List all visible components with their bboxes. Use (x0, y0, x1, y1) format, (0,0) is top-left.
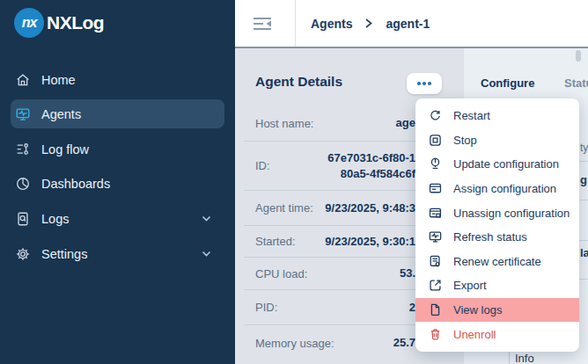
tab-info[interactable]: Info (515, 352, 534, 364)
log-flow-icon (15, 142, 31, 157)
menu-item-restart[interactable]: Restart (415, 104, 579, 128)
sidebar-item-label: Agents (41, 107, 81, 121)
tab-status[interactable]: Status (564, 76, 588, 90)
menu-item-unassign-configuration[interactable]: Unassign configuration (415, 200, 579, 225)
menu-item-export[interactable]: Export (415, 273, 579, 298)
detail-row-pid: PID: 2 (244, 290, 415, 325)
ellipsis-dot (423, 82, 426, 85)
monitor-pulse-icon (15, 106, 31, 122)
scrollbar-thumb[interactable] (576, 50, 581, 62)
sidebar-item-logs[interactable]: Logs (11, 204, 224, 233)
pie-chart-icon (15, 176, 31, 192)
table-divider (579, 240, 588, 241)
field-value: 67e7031c-6f80-1 80a5-4f584c6f (327, 150, 415, 182)
ellipsis-dot (417, 82, 421, 85)
table-divider (579, 161, 588, 162)
sidebar-item-label: Settings (41, 247, 87, 261)
ellipsis-menu-button[interactable] (407, 73, 442, 94)
renew-certificate-icon (428, 254, 443, 269)
field-value: 9/23/2025, 9:30:1 (325, 234, 415, 250)
menu-item-stop[interactable]: Stop (415, 128, 579, 153)
menu-item-renew-certificate[interactable]: Renew certificate (415, 250, 579, 274)
field-label: CPU load: (255, 267, 307, 280)
field-label: Host name: (255, 117, 313, 130)
table-divider (509, 352, 510, 364)
field-value: 2 (409, 300, 415, 316)
sidebar: nx NXLog Home Agents Log flow Dashboards… (0, 0, 235, 364)
menu-item-assign-configuration[interactable]: Assign configuration (415, 177, 579, 201)
table-divider (579, 200, 588, 200)
update-configuration-icon (428, 157, 443, 171)
menu-item-refresh-status[interactable]: Refresh status (415, 225, 579, 250)
sidebar-item-label: Log flow (41, 142, 89, 157)
clipped-text-fragment: ty (580, 142, 588, 154)
menu-item-view-logs[interactable]: View logs (415, 298, 579, 323)
field-label: Memory usage: (255, 337, 334, 350)
nxlog-logo-icon: nx (14, 8, 44, 38)
menu-item-update-configuration[interactable]: Update configuration (415, 152, 579, 177)
export-icon (428, 278, 443, 293)
sidebar-item-log-flow[interactable]: Log flow (11, 135, 224, 164)
detail-row-cpu-load: CPU load: 53. (244, 258, 415, 290)
sidebar-item-label: Dashboards (41, 177, 110, 191)
sidebar-item-dashboards[interactable]: Dashboards (11, 169, 224, 198)
menu-item-unenroll[interactable]: Unenroll (415, 322, 579, 346)
field-label: Agent time: (255, 201, 313, 215)
sidebar-collapse-icon[interactable] (250, 14, 275, 33)
breadcrumb: Agents agent-1 (311, 0, 430, 47)
restart-icon (428, 108, 443, 123)
detail-row-host-name: Host name: age (244, 106, 415, 142)
field-label: Started: (255, 235, 296, 248)
field-value: 9/23/2025, 9:48:3 (325, 200, 415, 216)
stop-icon (428, 133, 443, 148)
field-label: PID: (255, 301, 277, 314)
refresh-status-icon (428, 229, 443, 244)
home-icon (15, 72, 31, 88)
chevron-right-icon (364, 18, 374, 29)
view-logs-icon (428, 302, 443, 317)
nxlog-logo-text: NXLog (47, 12, 104, 33)
breadcrumb-agents[interactable]: Agents (311, 17, 352, 31)
topbar-divider (295, 0, 296, 47)
sidebar-item-agents[interactable]: Agents (11, 99, 224, 128)
sidebar-item-home[interactable]: Home (11, 65, 224, 94)
page-title: Agent Details (255, 74, 342, 90)
nxlog-logo: nx NXLog (14, 8, 104, 38)
field-label: ID: (255, 159, 270, 172)
chevron-down-icon (201, 248, 212, 259)
field-value: 53. (400, 266, 415, 281)
clipped-text-fragment: la (580, 246, 588, 259)
agent-actions-context-menu: Restart Stop Update configuration Assign… (415, 98, 579, 352)
assign-configuration-icon (428, 181, 443, 196)
gear-icon (15, 246, 31, 262)
tab-configure[interactable]: Configure (481, 76, 534, 90)
sidebar-item-label: Logs (41, 212, 69, 226)
unassign-configuration-icon (428, 206, 443, 221)
chevron-down-icon (201, 213, 212, 224)
table-divider (579, 279, 588, 280)
detail-row-memory-usage: Memory usage: 25.7 (244, 325, 415, 360)
ellipsis-dot (428, 82, 431, 85)
field-value: 25.7 (393, 335, 415, 351)
sidebar-item-label: Home (41, 73, 76, 87)
detail-row-agent-time: Agent time: 9/23/2025, 9:48:3 (244, 191, 415, 226)
clipped-text-fragment: g (580, 173, 587, 186)
sidebar-item-settings[interactable]: Settings (11, 239, 224, 268)
trash-icon (428, 327, 443, 342)
detail-row-started: Started: 9/23/2025, 9:30:1 (244, 226, 415, 258)
document-search-icon (15, 211, 31, 227)
field-value: age (396, 115, 415, 131)
detail-row-id: ID: 67e7031c-6f80-1 80a5-4f584c6f (244, 142, 415, 191)
breadcrumb-agent-1: agent-1 (386, 17, 430, 31)
